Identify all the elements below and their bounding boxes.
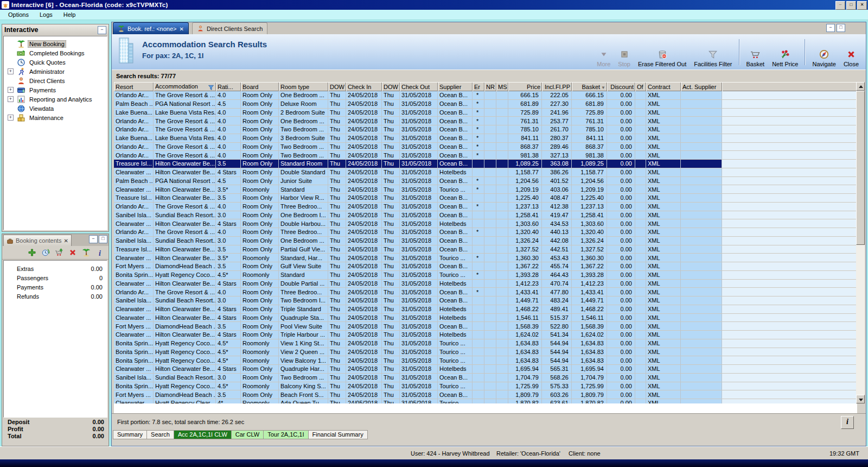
close-button[interactable]: Close (840, 37, 863, 67)
bottom-tab-financial-summary[interactable]: Financial Summary (309, 430, 368, 439)
column-header-discount[interactable]: Discount (607, 82, 635, 91)
booking-item-extras[interactable]: Extras0.00 (4, 264, 107, 273)
table-row[interactable]: Orlando Ar...The Grove Resort & ...4.0Ro… (114, 288, 857, 296)
table-row[interactable]: Bonita Sprin...Hyatt Regency Coco...4.5*… (114, 382, 857, 391)
column-header-nr[interactable]: NR (484, 82, 496, 91)
table-row[interactable]: Clearwater ...Hilton Clearwater Be...4 S… (114, 219, 857, 228)
column-header-contract[interactable]: Contract (646, 82, 681, 91)
column-header-dow[interactable]: DOW (328, 82, 346, 91)
column-header-act-supplier[interactable]: Act. Supplier (681, 82, 722, 91)
table-row[interactable]: Bonita Sprin...Hyatt Regency Coco...4.5*… (114, 356, 857, 365)
table-row[interactable]: Clearwater ...Hilton Clearwater Be...4 S… (114, 331, 857, 339)
info-button[interactable]: i (841, 416, 854, 429)
table-row[interactable]: Orlando Ar...The Grove Resort & ...4.0Ro… (114, 117, 857, 125)
new-booking-button[interactable] (82, 248, 91, 257)
close-icon[interactable] (857, 1, 867, 10)
sidebar-item-completed-bookings[interactable]: Completed Bookings (4, 48, 107, 58)
booking-item-refunds[interactable]: Refunds0.00 (4, 292, 107, 301)
navigate-button[interactable]: Navigate (808, 37, 839, 67)
sidebar-item-direct-clients[interactable]: Direct Clients (4, 76, 107, 85)
main-panel-minimize-icon[interactable]: − (826, 24, 835, 32)
vertical-scrollbar[interactable] (856, 82, 865, 403)
table-row[interactable]: Clearwater ...Hilton Clearwater Be...3.5… (114, 254, 857, 262)
booking-panel-maximize-icon[interactable]: □ (99, 235, 107, 243)
table-row[interactable]: Clearwater ...Hilton Clearwater Be...3.5… (114, 185, 857, 194)
sidebar-item-quick-quotes[interactable]: Quick Quotes (4, 58, 107, 67)
scrollbar-thumb[interactable] (856, 91, 865, 245)
column-header-incl-fl-pp[interactable]: Incl.Fl.PP (542, 82, 572, 91)
table-row[interactable]: Fort Myers ...DiamondHead Beach ...3.5Ro… (114, 322, 857, 331)
stop-button[interactable]: Stop (614, 37, 634, 67)
table-row[interactable]: Fort Myers ...DiamondHead Beach ...3.5Ro… (114, 262, 857, 271)
table-row[interactable]: Clearwater ...Hilton Clearwater Be...4 S… (114, 365, 857, 374)
bottom-tab-summary[interactable]: Summary (113, 430, 147, 439)
minimize-icon[interactable] (835, 1, 845, 10)
tab-booking-ref[interactable]: Book. ref.: <none> (113, 22, 189, 34)
table-row[interactable]: Orlando Ar...The Grove Resort & ...4.0Ro… (114, 203, 857, 211)
table-row[interactable]: Palm Beach ...PGA National Resort ...4.5… (114, 100, 857, 109)
facilities-filter-button[interactable]: Facilities Filter (690, 37, 736, 67)
tab-close-icon[interactable] (180, 26, 184, 32)
booking-contents-tab[interactable]: Booking contents (3, 235, 72, 246)
table-row[interactable]: Bonita Sprin...Hyatt Regency Coco...4.5*… (114, 339, 857, 348)
column-header-basket[interactable]: Basket▼ (572, 82, 607, 91)
bottom-tab-car-clw[interactable]: Car CLW (232, 430, 264, 439)
maximize-icon[interactable] (846, 1, 856, 10)
table-row[interactable]: Bonita Sprin...Hyatt Regency Coco...4.5*… (114, 271, 857, 280)
column-header-accommodation[interactable]: Accommodation (154, 82, 216, 91)
erase-filtered-out-button[interactable]: Erase Filtered Out (634, 37, 690, 67)
info-button[interactable]: i (95, 248, 104, 257)
column-header-check-in[interactable]: Check In (346, 82, 382, 91)
column-header-price[interactable]: Price (508, 82, 542, 91)
bottom-tab-tour-2a-1c-1i[interactable]: Tour 2A,1C,1I (264, 430, 308, 439)
move-to-basket-button[interactable] (55, 248, 63, 257)
add-button[interactable] (28, 248, 36, 257)
booking-item-passengers[interactable]: Passengers0 (4, 273, 107, 282)
column-header-of[interactable]: Of (635, 82, 646, 91)
table-row[interactable]: Clearwater ...Hilton Clearwater Be...4 S… (114, 314, 857, 323)
column-header-er[interactable]: Er (473, 82, 484, 91)
bottom-tab-search[interactable]: Search (147, 430, 174, 439)
scroll-up-icon[interactable] (856, 82, 865, 91)
table-row[interactable]: Orlando Ar...The Grove Resort & ...4.0Ro… (114, 228, 857, 237)
menu-item-help[interactable]: Help (59, 11, 81, 18)
sidebar-item-viewdata[interactable]: Viewdata (4, 104, 107, 113)
menu-item-options[interactable]: Options (3, 11, 34, 18)
availability-button[interactable] (41, 248, 50, 257)
table-row[interactable]: Fort Myers ...DiamondHead Beach ...3.5Ro… (114, 390, 857, 399)
table-row[interactable]: Palm Beach ...PGA National Resort ...4.5… (114, 177, 857, 186)
column-header-rati[interactable]: Rati... (216, 82, 241, 91)
table-row[interactable]: Clearwater ...Hilton Clearwater Be...4 S… (114, 168, 857, 177)
bottom-tab-acc-2a-1c-1i-clw[interactable]: Acc 2A,1C,1I CLW (174, 430, 232, 439)
table-row[interactable]: Treasure Isl...Hilton Clearwater Be...3.… (114, 160, 857, 168)
basket-button[interactable]: Basket (743, 37, 769, 67)
table-row[interactable]: Lake Buena...Lake Buena Vista Res...4.0R… (114, 109, 857, 117)
expand-toggle-icon[interactable]: + (8, 96, 14, 102)
table-row[interactable]: Orlando Ar...The Grove Resort & ...4.0Ro… (114, 125, 857, 134)
column-header-dow[interactable]: DOW (382, 82, 400, 91)
table-row[interactable]: Sanibel Isla...Sundial Beach Resort...3.… (114, 296, 857, 305)
table-row[interactable]: Orlando Ar...The Grove Resort & ...4.0Ro… (114, 91, 857, 100)
expand-toggle-icon[interactable]: + (8, 68, 14, 74)
column-header-ms[interactable]: MS (496, 82, 508, 91)
menu-item-logs[interactable]: Logs (35, 11, 58, 18)
booking-tab-close-icon[interactable] (63, 237, 68, 244)
table-row[interactable]: Lake Buena...Lake Buena Vista Res...4.0R… (114, 134, 857, 143)
table-row[interactable]: Bonita Sprin...Hyatt Regency Coco...4.5*… (114, 348, 857, 357)
sidebar-item-new-booking[interactable]: New Booking (4, 39, 107, 48)
table-row[interactable]: Clearwater ...Hilton Clearwater Be...4 S… (114, 280, 857, 288)
table-row[interactable]: Sanibel Isla...Sundial Beach Resort...3.… (114, 374, 857, 382)
table-row[interactable]: Orlando Ar...The Grove Resort & ...4.0Ro… (114, 143, 857, 152)
sidebar-item-payments[interactable]: +$Payments (4, 85, 107, 94)
collapse-panel-icon[interactable]: − (98, 26, 106, 34)
column-header-room-type[interactable]: Room type (279, 82, 328, 91)
table-row[interactable]: Treasure Isl...Hilton Clearwater Be...3.… (114, 194, 857, 203)
main-panel-maximize-icon[interactable]: □ (837, 24, 845, 32)
table-row[interactable]: Clearwater ...Hilton Clearwater Be...4 S… (114, 305, 857, 314)
table-row[interactable]: Sanibel Isla...Sundial Beach Resort...3.… (114, 237, 857, 245)
sidebar-item-maintenance[interactable]: +Maintenance (4, 113, 107, 122)
table-row[interactable]: Orlando Ar...The Grove Resort & ...4.0Ro… (114, 151, 857, 160)
table-row[interactable]: Sanibel Isla...Sundial Beach Resort...3.… (114, 211, 857, 220)
expand-toggle-icon[interactable]: + (8, 87, 14, 93)
table-row[interactable]: Treasure Isl...Hilton Clearwater Be...3.… (114, 245, 857, 254)
